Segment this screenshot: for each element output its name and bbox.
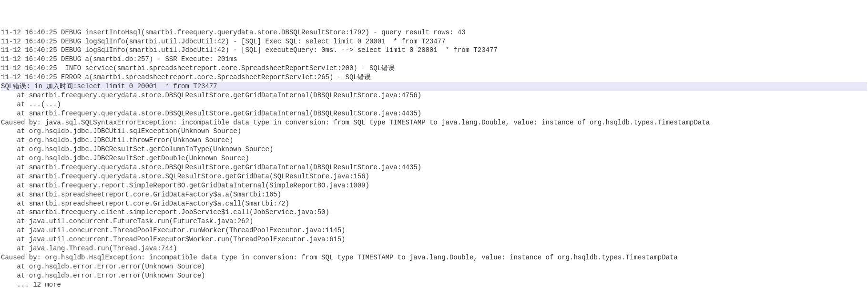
log-line: Caused by: java.sql.SQLSyntaxErrorExcept… — [1, 118, 867, 127]
log-line: at org.hsqldb.jdbc.JDBCUtil.throwError(U… — [1, 136, 867, 145]
log-line: 11-12 16:40:25 DEBUG a(smartbi.db:257) -… — [1, 55, 867, 64]
log-line: 11-12 16:40:25 ERROR a(smartbi.spreadshe… — [1, 73, 867, 82]
log-line: at ...(...) — [1, 100, 867, 109]
log-line: at org.hsqldb.error.Error.error(Unknown … — [1, 262, 867, 271]
log-line: at smartbi.freequery.report.SimpleReport… — [1, 181, 867, 190]
log-line: at java.util.concurrent.ThreadPoolExecut… — [1, 226, 867, 235]
log-line: at java.util.concurrent.ThreadPoolExecut… — [1, 235, 867, 244]
log-line: at smartbi.freequery.querydata.store.SQL… — [1, 172, 867, 181]
log-line: at smartbi.freequery.querydata.store.DBS… — [1, 163, 867, 172]
log-line: SQL错误: in 加入时间:select limit 0 20001 * fr… — [1, 82, 867, 91]
log-line: at smartbi.spreadsheetreport.core.GridDa… — [1, 190, 867, 199]
log-line: at org.hsqldb.jdbc.JDBCUtil.sqlException… — [1, 127, 867, 136]
log-line: at org.hsqldb.jdbc.JDBCResultSet.getColu… — [1, 145, 867, 154]
log-line: at org.hsqldb.error.Error.error(Unknown … — [1, 271, 867, 280]
log-line: 11-12 16:40:25 DEBUG logSqlInfo(smartbi.… — [1, 46, 867, 55]
log-output: 11-12 16:40:25 DEBUG insertIntoHsql(smar… — [1, 28, 867, 288]
log-line: at smartbi.freequery.client.simplereport… — [1, 208, 867, 217]
log-line: 11-12 16:40:25 DEBUG insertIntoHsql(smar… — [1, 28, 867, 37]
log-line: at smartbi.spreadsheetreport.core.GridDa… — [1, 199, 867, 208]
log-line: Caused by: org.hsqldb.HsqlException: inc… — [1, 253, 867, 262]
log-line: at org.hsqldb.jdbc.JDBCResultSet.getDoub… — [1, 154, 867, 163]
log-line: at java.lang.Thread.run(Thread.java:744) — [1, 244, 867, 253]
log-line: ... 12 more — [1, 280, 867, 288]
log-line: at smartbi.freequery.querydata.store.DBS… — [1, 109, 867, 118]
log-line: 11-12 16:40:25 INFO service(smartbi.spre… — [1, 64, 867, 73]
log-line: 11-12 16:40:25 DEBUG logSqlInfo(smartbi.… — [1, 37, 867, 46]
log-line: at smartbi.freequery.querydata.store.DBS… — [1, 91, 867, 100]
log-line: at java.util.concurrent.FutureTask.run(F… — [1, 217, 867, 226]
